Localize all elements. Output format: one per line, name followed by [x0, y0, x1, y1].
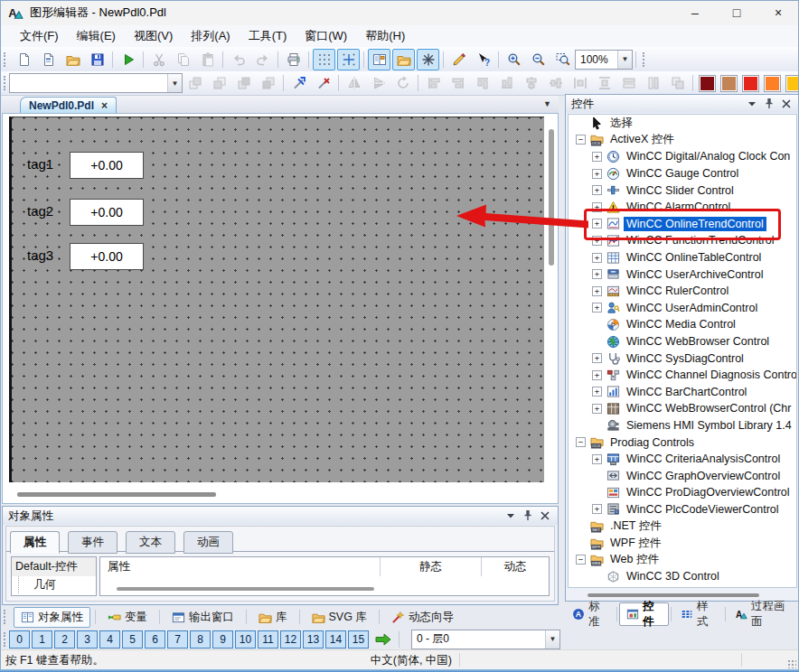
io-field-3[interactable]: +0.00 — [70, 243, 144, 270]
tree-item-wincc-functiontrendcontrol[interactable]: +WinCC FunctionTrendControl — [569, 232, 796, 249]
panel-close-icon[interactable] — [779, 97, 794, 111]
palette-color-2[interactable] — [720, 75, 738, 92]
layer-button-1[interactable]: 1 — [32, 630, 52, 649]
zoom-selection-button[interactable] — [551, 49, 574, 70]
io-field-1[interactable]: +0.00 — [70, 152, 144, 179]
layer-button-0[interactable]: 0 — [9, 630, 30, 649]
palette-color-1[interactable] — [699, 75, 716, 92]
align-left-button[interactable] — [422, 72, 445, 94]
collapse-icon[interactable]: − — [576, 555, 586, 565]
dock-button-3[interactable]: 输出窗口 — [164, 607, 241, 628]
palette-color-3[interactable] — [742, 75, 759, 92]
layer-button-15[interactable]: 15 — [348, 630, 369, 649]
layer-button-9[interactable]: 9 — [212, 630, 233, 649]
panel-menu-icon[interactable] — [745, 97, 759, 111]
chevron-down-icon[interactable]: ▼ — [167, 74, 182, 92]
snap-toggle-button[interactable] — [337, 49, 360, 70]
redo-button[interactable] — [251, 49, 274, 70]
layer-button-14[interactable]: 14 — [325, 630, 346, 649]
tree-item--net-[interactable]: NET.NET 控件 — [569, 518, 796, 535]
panel-pin-icon[interactable] — [521, 509, 535, 523]
menu-item-5[interactable]: 工具(T) — [240, 25, 296, 47]
tree-item-wincc-onlinetablecontrol[interactable]: +WinCC OnlineTableControl — [569, 249, 796, 266]
expand-icon[interactable]: + — [592, 387, 602, 397]
copy-button[interactable] — [172, 49, 194, 70]
paste-button[interactable] — [196, 49, 219, 70]
tab-close-icon[interactable]: × — [101, 99, 108, 112]
tree-item-wincc-digital-analog-clock-con[interactable]: +WinCC Digital/Analog Clock Con — [569, 148, 796, 165]
print-button[interactable] — [282, 49, 305, 70]
undo-button[interactable] — [227, 49, 249, 70]
tree-item-siemens-hmi-symbol-library-1-4[interactable]: Siemens HMI Symbol Library 1.4 — [569, 417, 796, 434]
expand-icon[interactable]: + — [592, 353, 602, 363]
drawing-surface[interactable]: tag1+0.00tag2+0.00tag3+0.00 — [9, 117, 544, 482]
properties-tree-root[interactable]: Default-控件 — [12, 557, 96, 576]
same-size-button[interactable] — [666, 72, 689, 94]
document-tab[interactable]: NewPdl0.Pdl × — [20, 97, 117, 113]
tree-item-wincc-onlinetrendcontrol[interactable]: +WinCC OnlineTrendControl — [569, 216, 796, 233]
menu-item-2[interactable]: 编辑(E) — [68, 25, 125, 47]
layer-button-13[interactable]: 13 — [303, 630, 324, 649]
linker-delete-button[interactable] — [312, 72, 334, 94]
send-backward-button[interactable] — [257, 72, 279, 94]
properties-tab-3[interactable]: 文本 — [126, 531, 175, 554]
zoom-out-button[interactable] — [527, 49, 550, 70]
collapse-icon[interactable]: − — [576, 437, 586, 447]
expand-icon[interactable]: + — [592, 202, 602, 212]
toolbar-grip[interactable] — [643, 52, 647, 67]
chevron-down-icon[interactable]: ▼ — [617, 51, 632, 69]
center-vertically-button[interactable] — [544, 72, 567, 94]
tree-item-wincc-media-control[interactable]: WinCC Media Control — [569, 316, 796, 333]
new-file-button[interactable] — [13, 49, 35, 70]
menu-item-3[interactable]: 视图(V) — [125, 25, 182, 47]
vertical-scrollbar[interactable] — [549, 129, 554, 266]
align-right-button[interactable] — [446, 72, 469, 94]
tree-item-wincc-alarmcontrol[interactable]: +WinCC AlarmControl — [569, 199, 796, 216]
flip-vertical-button[interactable] — [367, 72, 390, 94]
expand-icon[interactable]: + — [592, 286, 602, 296]
bring-to-front-button[interactable] — [183, 72, 206, 94]
align-top-button[interactable] — [471, 72, 494, 94]
layer-button-8[interactable]: 8 — [190, 630, 211, 649]
close-button[interactable]: × — [757, 0, 799, 25]
tree-item-wincc-rulercontrol[interactable]: +WinCC RulerControl — [569, 283, 796, 300]
layer-button-2[interactable]: 2 — [54, 630, 75, 649]
expand-icon[interactable]: + — [592, 303, 602, 313]
send-to-back-button[interactable] — [208, 72, 230, 94]
dynamic-wizard-button[interactable] — [447, 49, 470, 70]
dock-button-5[interactable]: SVG 库 — [305, 607, 374, 628]
properties-tree-child[interactable]: 几何 — [18, 576, 96, 593]
new-from-template-button[interactable] — [37, 49, 60, 70]
layer-button-10[interactable]: 10 — [235, 630, 256, 649]
layer-button-6[interactable]: 6 — [145, 630, 165, 649]
layer-arrow-icon[interactable] — [374, 631, 392, 648]
resize-grip[interactable] — [787, 659, 796, 668]
run-button[interactable] — [117, 49, 139, 70]
menu-item-4[interactable]: 排列(A) — [182, 25, 239, 47]
collapse-icon[interactable]: − — [576, 135, 586, 145]
expand-icon[interactable]: + — [592, 185, 602, 195]
palette-tab-1[interactable]: A标准 — [565, 602, 615, 626]
tree-item-activex-[interactable]: −OCXActiveX 控件 — [569, 132, 796, 149]
toolbar-grip[interactable] — [4, 52, 8, 67]
expand-icon[interactable]: + — [592, 404, 602, 414]
palette-tab-4[interactable]: A过程画面 — [728, 602, 798, 626]
palette-color-4[interactable] — [764, 75, 781, 92]
maximize-button[interactable]: □ — [716, 0, 757, 25]
expand-icon[interactable]: + — [592, 269, 602, 279]
layer-button-3[interactable]: 3 — [77, 630, 98, 649]
space-horizontally-button[interactable] — [569, 72, 591, 94]
tree-item-wincc-webbrowser-control[interactable]: WinCC WebBrowser Control — [569, 333, 796, 350]
tree-item-wincc-gauge-control[interactable]: +WinCC Gauge Control — [569, 165, 796, 182]
space-vertically-button[interactable] — [593, 72, 616, 94]
toolbar-grip[interactable] — [4, 76, 5, 90]
bring-forward-button[interactable] — [232, 72, 255, 94]
palette-color-5[interactable] — [785, 75, 799, 92]
layer-button-7[interactable]: 7 — [167, 630, 188, 649]
same-height-button[interactable] — [642, 72, 664, 94]
font-combo[interactable]: ▼ — [9, 73, 183, 93]
toolbar-grip[interactable] — [4, 610, 8, 624]
expand-icon[interactable]: + — [592, 152, 602, 162]
menu-item-6[interactable]: 窗口(W) — [296, 25, 356, 47]
tree-item-wincc-criteriaanalysiscontrol[interactable]: +WinCC CriteriaAnalysisControl — [569, 451, 796, 468]
